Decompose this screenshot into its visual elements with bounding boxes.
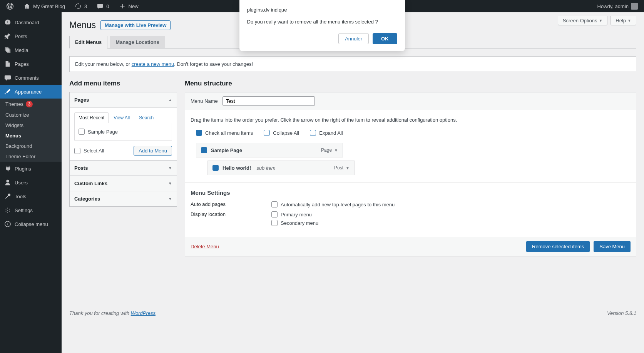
menu-item-row[interactable]: Sample Page Page ▼ — [196, 143, 343, 157]
pages-tab-recent[interactable]: Most Recent — [74, 112, 109, 123]
pin-icon — [4, 32, 12, 40]
auto-add-label: Auto add pages — [191, 201, 271, 207]
chevron-down-icon: ▼ — [168, 197, 172, 201]
checkbox-checked-icon — [196, 130, 202, 136]
info-notice: Edit your menu below, or create a new me… — [69, 56, 636, 72]
submenu-customize[interactable]: Customize — [0, 110, 62, 120]
howdy-link[interactable]: Howdy, admin — [594, 0, 641, 12]
sidebar-item-tools[interactable]: Tools — [0, 189, 62, 203]
add-items-accordion: Pages ▲ Most Recent View All Search S — [69, 92, 177, 207]
wp-logo[interactable] — [3, 0, 17, 12]
sidebar-item-settings[interactable]: Settings — [0, 203, 62, 217]
chevron-down-icon: ▼ — [599, 18, 602, 23]
submenu-menus[interactable]: Menus — [0, 130, 62, 141]
checkbox-checked-icon[interactable] — [212, 165, 219, 171]
page-title: Menus — [69, 20, 96, 30]
comments-link[interactable]: 0 — [93, 0, 112, 12]
accordion-categories-header[interactable]: Categories ▼ — [70, 191, 177, 206]
auto-add-checkbox[interactable]: Automatically add new top-level pages to… — [271, 201, 395, 207]
menu-body: Drag the items into the order you prefer… — [185, 110, 636, 182]
screen-options-button[interactable]: Screen Options ▼ — [558, 16, 608, 25]
comment-icon — [4, 74, 12, 82]
location-secondary-checkbox[interactable]: Secondary menu — [271, 220, 318, 226]
sidebar-item-media[interactable]: Media — [0, 43, 62, 57]
submenu-theme-editor[interactable]: Theme Editor — [0, 151, 62, 162]
checkbox[interactable] — [271, 201, 278, 207]
remove-selected-button[interactable]: Remove selected items — [526, 241, 590, 252]
checkbox-icon — [310, 130, 316, 136]
sidebar-item-users[interactable]: Users — [0, 176, 62, 189]
accordion-custom-links-header[interactable]: Custom Links ▼ — [70, 176, 177, 191]
sidebar-item-comments[interactable]: Comments — [0, 71, 62, 85]
main-content: Screen Options ▼ Help ▼ Menus Manage wit… — [62, 12, 644, 353]
checkbox[interactable] — [79, 129, 85, 135]
help-button[interactable]: Help ▼ — [611, 16, 636, 25]
checkbox-icon — [264, 130, 270, 136]
live-preview-button[interactable]: Manage with Live Preview — [100, 20, 171, 30]
accordion-pages-body: Most Recent View All Search Sample Page — [70, 107, 177, 160]
settings-icon — [4, 206, 12, 214]
menu-footer: Delete Menu Remove selected items Save M… — [185, 237, 636, 256]
sidebar-label: Pages — [15, 61, 29, 67]
sidebar-item-plugins[interactable]: Plugins — [0, 162, 62, 176]
admin-sidebar: Dashboard Posts Media Pages Comments App… — [0, 12, 62, 353]
dialog-ok-button[interactable]: OK — [373, 33, 397, 44]
new-content-link[interactable]: New — [115, 0, 142, 12]
wordpress-link[interactable]: WordPress — [131, 310, 156, 316]
checkbox[interactable] — [271, 220, 278, 226]
sidebar-label: Collapse menu — [15, 221, 48, 227]
page-footer: Thank you for creating with WordPress. V… — [69, 310, 636, 316]
location-primary-checkbox[interactable]: Primary menu — [271, 211, 318, 217]
chevron-down-icon: ▼ — [168, 181, 172, 186]
menu-structure-column: Menu structure Menu Name Drag the items … — [185, 80, 636, 256]
sidebar-item-dashboard[interactable]: Dashboard — [0, 15, 62, 29]
sidebar-item-pages[interactable]: Pages — [0, 57, 62, 71]
expand-all-link[interactable]: Expand All — [310, 130, 343, 136]
pages-tab-viewall[interactable]: View All — [109, 112, 134, 123]
new-label: New — [129, 3, 139, 9]
pages-tab-search[interactable]: Search — [135, 112, 158, 123]
accordion-pages-header[interactable]: Pages ▲ — [70, 92, 177, 107]
brush-icon — [4, 88, 12, 95]
add-to-menu-button[interactable]: Add to Menu — [134, 146, 172, 156]
collapse-all-link[interactable]: Collapse All — [264, 130, 299, 136]
menu-name-input[interactable] — [222, 96, 315, 106]
checkbox-checked-icon[interactable] — [201, 147, 207, 153]
chevron-down-icon[interactable]: ▼ — [334, 148, 338, 152]
accordion-posts-header[interactable]: Posts ▼ — [70, 160, 177, 176]
page-checkbox-row[interactable]: Sample Page — [79, 127, 168, 136]
tab-manage-locations[interactable]: Manage Locations — [110, 36, 165, 49]
media-icon — [4, 46, 12, 54]
sidebar-label: Users — [15, 180, 28, 186]
menu-settings: Menu Settings Auto add pages Automatical… — [185, 182, 636, 237]
dialog-actions: Annuler OK — [247, 33, 397, 44]
sidebar-item-appearance[interactable]: Appearance — [0, 85, 62, 99]
settings-heading: Menu Settings — [191, 189, 631, 196]
tab-edit-menus[interactable]: Edit Menus — [69, 36, 107, 49]
submenu-background[interactable]: Background — [0, 141, 62, 151]
site-name-link[interactable]: My Great Blog — [20, 0, 68, 12]
create-menu-link[interactable]: create a new menu — [132, 61, 174, 67]
chevron-down-icon[interactable]: ▼ — [346, 166, 350, 170]
sidebar-collapse[interactable]: Collapse menu — [0, 217, 62, 231]
menu-item-row[interactable]: Hello world! sub item Post ▼ — [207, 161, 355, 175]
checkbox[interactable] — [74, 148, 80, 154]
collapse-icon — [4, 220, 12, 228]
footer-thanks: Thank you for creating with WordPress. — [69, 310, 157, 316]
add-items-heading: Add menu items — [69, 80, 177, 87]
updates-link[interactable]: 3 — [71, 0, 90, 12]
checkbox[interactable] — [271, 211, 278, 217]
save-menu-button[interactable]: Save Menu — [594, 241, 631, 252]
delete-menu-link[interactable]: Delete Menu — [191, 244, 219, 249]
check-all-toggle[interactable]: Check all menu items — [196, 130, 253, 136]
sidebar-label: Tools — [15, 194, 26, 199]
submenu-widgets[interactable]: Widgets — [0, 120, 62, 130]
select-all-row[interactable]: Select All — [74, 146, 104, 156]
updates-count: 3 — [84, 3, 87, 9]
item-type: Page ▼ — [321, 147, 338, 153]
sidebar-item-posts[interactable]: Posts — [0, 29, 62, 43]
footer-version: Version 5.8.1 — [607, 310, 636, 316]
menu-items-list: Sample Page Page ▼ Hello world! sub item — [191, 143, 631, 175]
dialog-cancel-button[interactable]: Annuler — [338, 33, 369, 44]
submenu-themes[interactable]: Themes 3 — [0, 99, 62, 110]
